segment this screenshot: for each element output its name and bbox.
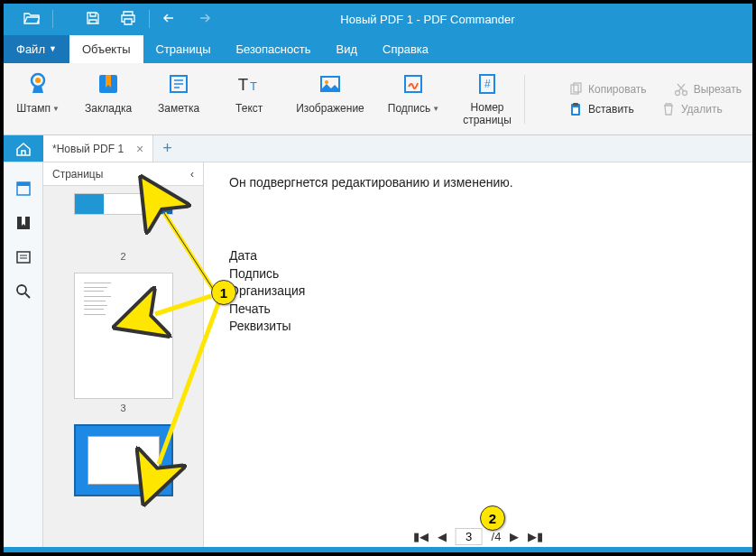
title-bar: Новый PDF 1 - PDF Commander: [4, 4, 752, 34]
doc-fields: Дата Подпись Организация Печать Реквизит…: [229, 247, 727, 336]
first-page-icon[interactable]: ▮◀: [413, 530, 429, 543]
svg-point-1: [35, 78, 41, 83]
callout-1: 1: [211, 280, 236, 305]
window-title: Новый PDF 1 - PDF Commander: [211, 13, 644, 26]
page-input[interactable]: [456, 528, 483, 545]
svg-line-19: [678, 84, 684, 91]
page-thumb-2[interactable]: 2: [43, 193, 203, 262]
save-icon[interactable]: [86, 11, 100, 28]
cut-button[interactable]: Вырезать: [674, 82, 742, 97]
search-tool-icon[interactable]: [14, 282, 33, 301]
svg-line-18: [678, 84, 685, 91]
svg-rect-24: [17, 182, 30, 186]
collapse-icon[interactable]: ‹: [190, 168, 194, 181]
callout-2: 2: [480, 505, 505, 531]
home-tab[interactable]: [4, 135, 43, 162]
menu-view[interactable]: Вид: [324, 35, 371, 63]
open-icon[interactable]: [23, 12, 40, 27]
close-tab-icon[interactable]: ×: [136, 142, 143, 156]
print-icon[interactable]: [120, 11, 136, 28]
svg-rect-22: [573, 107, 578, 114]
note-icon: [166, 71, 191, 97]
thumbnails-tool-icon[interactable]: [14, 179, 33, 199]
signature-button[interactable]: Подпись▼: [388, 71, 439, 125]
document-tab[interactable]: *Новый PDF 1 ×: [43, 135, 153, 162]
pages-panel: Страницы ‹ 2 3: [43, 162, 204, 552]
image-icon: [318, 71, 343, 97]
note-button[interactable]: Заметка: [155, 71, 202, 125]
doc-paragraph: Он подвергнется редактированию и изменен…: [229, 175, 727, 190]
svg-text:#: #: [484, 78, 491, 90]
stamp-button[interactable]: Штамп▼: [14, 71, 61, 125]
prev-page-icon[interactable]: ◀: [438, 530, 447, 543]
menu-file[interactable]: Файл▼: [4, 35, 69, 63]
ribbon: Штамп▼ Закладка Заметка TT Текст Изображ…: [4, 63, 752, 135]
main-area: Страницы ‹ 2 3 Он подвергнется редактиро…: [4, 162, 752, 552]
redo-icon[interactable]: [195, 13, 211, 26]
undo-icon[interactable]: [162, 13, 179, 26]
menu-pages[interactable]: Страницы: [143, 35, 224, 63]
next-page-icon[interactable]: ▶: [510, 530, 519, 543]
menu-bar: Файл▼ Объекты Страницы Безопасность Вид …: [4, 34, 752, 63]
document-view[interactable]: Он подвергнется редактированию и изменен…: [204, 162, 752, 552]
stamp-icon: [25, 71, 51, 97]
menu-help[interactable]: Справка: [370, 35, 441, 63]
text-button[interactable]: TT Текст: [226, 71, 272, 125]
bookmarks-tool-icon[interactable]: [14, 213, 33, 233]
svg-point-29: [17, 285, 26, 294]
pagenum-icon: #: [475, 71, 500, 97]
svg-rect-26: [17, 252, 30, 263]
pages-panel-header: Страницы ‹: [43, 162, 203, 186]
svg-rect-11: [405, 76, 421, 92]
pagenum-button[interactable]: # Номер страницы: [463, 71, 512, 125]
left-toolbar: [4, 162, 43, 552]
tab-bar: *Новый PDF 1 × +: [4, 135, 752, 162]
bookmark-button[interactable]: Закладка: [85, 71, 132, 125]
svg-point-10: [325, 80, 328, 84]
svg-point-17: [682, 90, 687, 95]
menu-security[interactable]: Безопасность: [224, 35, 324, 63]
svg-text:T: T: [238, 75, 248, 94]
bottom-border: [4, 547, 752, 552]
bookmark-icon: [96, 71, 121, 97]
text-icon: TT: [236, 71, 262, 97]
page-thumb-3[interactable]: 3: [43, 273, 203, 413]
page-total: /4: [492, 530, 502, 543]
svg-rect-21: [573, 103, 578, 106]
pager: ▮◀ ◀ /4 ▶ ▶▮: [413, 528, 544, 545]
signature-icon: [401, 71, 426, 97]
last-page-icon[interactable]: ▶▮: [528, 530, 543, 543]
svg-text:T: T: [250, 79, 257, 93]
comments-tool-icon[interactable]: [14, 247, 33, 267]
delete-button[interactable]: Удалить: [661, 102, 723, 116]
svg-line-30: [25, 293, 30, 298]
add-tab-button[interactable]: +: [153, 139, 181, 158]
menu-objects[interactable]: Объекты: [69, 35, 143, 63]
paste-button[interactable]: Вставить: [568, 102, 634, 116]
svg-point-16: [675, 90, 679, 95]
copy-button[interactable]: Копировать: [568, 82, 647, 97]
page-thumb-4[interactable]: [43, 424, 203, 496]
image-button[interactable]: Изображение: [296, 71, 364, 125]
